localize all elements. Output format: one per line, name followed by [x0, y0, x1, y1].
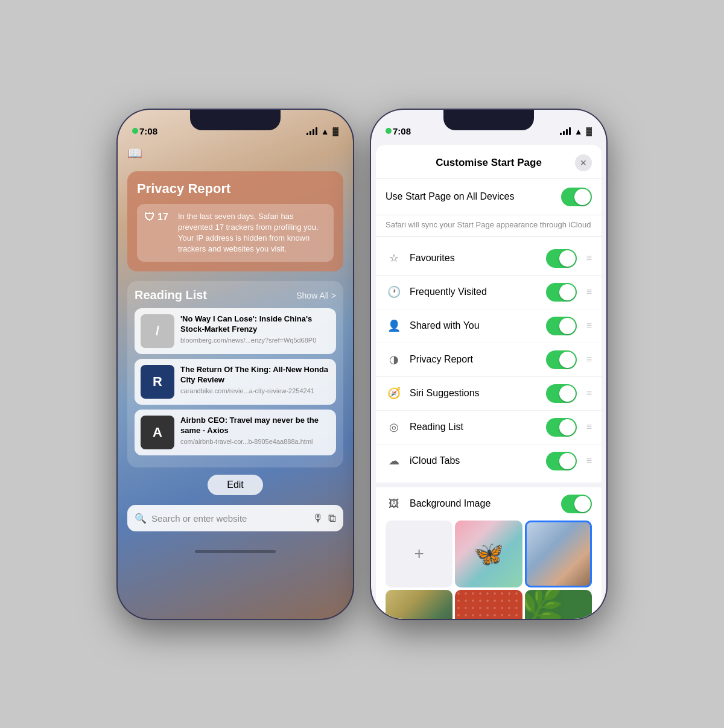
siri-suggestions-drag-handle[interactable]: ≡ — [586, 388, 592, 399]
reading-item-title-1: The Return Of The King: All-New Honda Ci… — [180, 365, 330, 385]
reading-list-toggle[interactable] — [546, 418, 577, 437]
edit-button-wrap: Edit — [127, 467, 343, 500]
close-button[interactable]: ✕ — [575, 154, 592, 171]
signal-icon-2 — [560, 127, 571, 135]
notch — [190, 110, 281, 130]
bookmarks-icon[interactable]: 📖 — [127, 146, 142, 160]
privacy-report-card[interactable]: Privacy Report 🛡 17 In the last seven da… — [127, 171, 343, 272]
settings-item-shared-with-you: 👤 Shared with You ≡ — [376, 309, 602, 343]
status-icons-1: ▲ ▓ — [306, 127, 338, 136]
reading-list-label: Reading List — [410, 422, 539, 432]
settings-item-favourites: ☆ Favourites ≡ — [376, 242, 602, 276]
green-dot-2 — [386, 128, 392, 134]
sync-row: Use Start Page on All Devices — [376, 179, 602, 215]
green-dot-1 — [132, 128, 138, 134]
favourites-icon: ☆ — [386, 252, 402, 265]
bg-option-red-pattern[interactable] — [455, 590, 522, 619]
home-bar-1 — [195, 550, 276, 553]
reading-item-1[interactable]: R The Return Of The King: All-New Honda … — [135, 359, 336, 405]
mic-icon[interactable]: 🎙 — [313, 512, 323, 525]
shared-with-you-drag-handle[interactable]: ≡ — [586, 320, 592, 331]
panel-header: Customise Start Page ✕ — [376, 145, 602, 179]
edit-button[interactable]: Edit — [208, 475, 263, 495]
battery-icon-1: ▓ — [333, 127, 338, 136]
phone-2: 7:08 ▲ ▓ Customise — [371, 110, 606, 619]
sync-sub: Safari will sync your Start Page appeara… — [376, 215, 602, 237]
privacy-badge: 🛡 17 — [144, 211, 171, 224]
tabs-icon[interactable]: ⧉ — [328, 512, 336, 525]
add-background-button[interactable]: + — [386, 521, 453, 587]
reading-list-icon: ◎ — [386, 420, 402, 434]
bg-option-bear[interactable] — [525, 521, 592, 587]
reading-item-0[interactable]: / 'No Way I Can Lose': Inside China's St… — [135, 308, 336, 354]
favourites-label: Favourites — [410, 253, 539, 264]
frequently-visited-toggle[interactable] — [546, 283, 577, 302]
reading-info-0: 'No Way I Can Lose': Inside China's Stoc… — [180, 314, 330, 348]
reading-item-url-0: bloomberg.com/news/...enzy?sref=Wq5d68P0 — [180, 337, 330, 344]
icloud-tabs-toggle[interactable] — [546, 452, 577, 470]
safari-body: Privacy Report 🛡 17 In the last seven da… — [118, 166, 353, 505]
bg-option-turtle[interactable] — [386, 590, 453, 619]
background-image-section: 🖼 Background Image + — [376, 483, 602, 619]
search-bar[interactable]: 🔍 Search or enter website 🎙 ⧉ — [127, 505, 343, 531]
reading-item-url-2: com/airbnb-travel-cor...b-8905e4aa888a.h… — [180, 438, 330, 445]
shared-with-you-toggle[interactable] — [546, 317, 577, 335]
shared-with-you-icon: 👤 — [386, 319, 402, 332]
panel-body: Use Start Page on All Devices Safari wil… — [376, 179, 602, 619]
privacy-report-drag-handle[interactable]: ≡ — [586, 354, 592, 365]
background-image-toggle[interactable] — [561, 495, 592, 513]
settings-item-siri-suggestions: 🧭 Siri Suggestions ≡ — [376, 377, 602, 411]
search-placeholder: Search or enter website — [151, 513, 308, 524]
reading-info-1: The Return Of The King: All-New Honda Ci… — [180, 365, 330, 399]
frequently-visited-icon: 🕐 — [386, 285, 402, 299]
notch-2 — [443, 110, 534, 130]
status-time-2: 7:08 — [386, 126, 411, 136]
favourites-toggle[interactable] — [546, 249, 577, 268]
background-image-icon: 🖼 — [386, 498, 402, 510]
settings-item-icloud-tabs: ☁ iCloud Tabs ≡ — [376, 445, 602, 478]
reading-thumb-1: R — [141, 365, 174, 399]
shield-icon: 🛡 — [144, 211, 155, 224]
phone1-screen: 7:08 ▲ ▓ 📖 — [118, 110, 353, 619]
privacy-report-inner: 🛡 17 In the last seven days, Safari has … — [137, 204, 334, 262]
status-icons-2: ▲ ▓ — [560, 127, 592, 136]
settings-item-reading-list: ◎ Reading List ≡ — [376, 411, 602, 445]
panel-title: Customise Start Page — [402, 157, 575, 169]
privacy-report-toggle[interactable] — [546, 350, 577, 369]
signal-icon-1 — [306, 127, 317, 135]
battery-icon-2: ▓ — [586, 127, 592, 136]
sync-toggle[interactable] — [561, 188, 592, 206]
customise-panel: Customise Start Page ✕ Use Start Page on… — [376, 145, 602, 619]
settings-item-privacy-report: ◑ Privacy Report ≡ — [376, 343, 602, 377]
reading-thumb-0: / — [141, 314, 174, 348]
privacy-report-label: Privacy Report — [410, 354, 539, 365]
settings-list: ☆ Favourites ≡ 🕐 Frequently Visited ≡ — [376, 237, 602, 483]
bg-option-butterfly[interactable] — [455, 521, 522, 587]
icloud-tabs-label: iCloud Tabs — [410, 455, 539, 466]
search-icon: 🔍 — [135, 513, 147, 524]
siri-suggestions-icon: 🧭 — [386, 387, 402, 400]
wifi-icon-1: ▲ — [321, 127, 329, 136]
image-grid: + — [386, 521, 592, 619]
reading-list-title: Reading List — [135, 288, 207, 302]
phone2-screen: 7:08 ▲ ▓ Customise — [371, 110, 606, 619]
frequently-visited-label: Frequently Visited — [410, 286, 539, 297]
show-all-button[interactable]: Show All > — [296, 291, 336, 300]
frequently-visited-drag-handle[interactable]: ≡ — [586, 286, 592, 297]
favourites-drag-handle[interactable]: ≡ — [586, 253, 592, 264]
home-indicator-1 — [118, 541, 353, 562]
phone-1: 7:08 ▲ ▓ 📖 — [118, 110, 353, 619]
reading-list-drag-handle[interactable]: ≡ — [586, 422, 592, 432]
reading-item-url-1: carandbike.com/revie...a-city-review-225… — [180, 387, 330, 394]
safari-toolbar: 📖 — [118, 140, 353, 166]
bg-option-green-leaves[interactable] — [525, 590, 592, 619]
icloud-tabs-drag-handle[interactable]: ≡ — [586, 455, 592, 466]
privacy-report-body: In the last seven days, Safari has preve… — [178, 211, 326, 255]
settings-item-frequently-visited: 🕐 Frequently Visited ≡ — [376, 276, 602, 309]
icloud-tabs-icon: ☁ — [386, 454, 402, 467]
reading-item-title-2: Airbnb CEO: Travel may never be the same… — [180, 416, 330, 436]
reading-item-2[interactable]: A Airbnb CEO: Travel may never be the sa… — [135, 410, 336, 455]
background-image-label: Background Image — [410, 498, 554, 509]
shared-with-you-label: Shared with You — [410, 320, 539, 331]
siri-suggestions-toggle[interactable] — [546, 384, 577, 403]
